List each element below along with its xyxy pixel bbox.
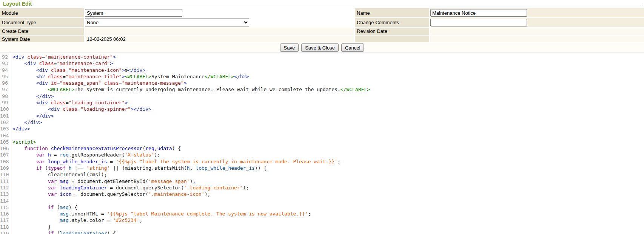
change-comments-label: Change Comments xyxy=(355,18,429,27)
module-input[interactable] xyxy=(85,9,182,17)
code-line: 118 } xyxy=(0,224,644,230)
code-line: 109 if (typeof h !== 'string' || !miestr… xyxy=(0,165,644,171)
code-line: 98 </div> xyxy=(0,93,644,99)
save-button[interactable]: Save xyxy=(280,43,299,52)
code-line-content: <div class="maintenance-icon">⚙</div> xyxy=(10,67,145,73)
save-close-button[interactable]: Save & Close xyxy=(301,43,339,52)
line-number: 118 xyxy=(0,224,10,230)
create-date-label: Create Date xyxy=(0,28,84,35)
document-type-value-cell: None xyxy=(85,18,354,27)
cancel-button[interactable]: Cancel xyxy=(341,43,364,52)
code-line-content: <div class="loading-container"> xyxy=(10,100,128,105)
name-label: Name xyxy=(355,8,429,17)
code-line: 116 msg.innerHTML = '{{%pjs ^label Maint… xyxy=(0,211,644,217)
code-line: 114 xyxy=(0,198,644,204)
code-line: 113 var icon = document.querySelector('.… xyxy=(0,191,644,197)
code-line-content: <div class="loading-spinner"></div> xyxy=(10,106,151,112)
code-line: 117 msg.style.color = '#2c5234'; xyxy=(0,217,644,223)
line-number: 100 xyxy=(0,106,10,112)
line-number: 110 xyxy=(0,171,10,178)
code-line: 101 </div> xyxy=(0,113,644,119)
code-line: 100 <div class="loading-spinner"></div> xyxy=(0,106,644,112)
code-line-content: </div> xyxy=(10,126,30,132)
layout-edit-form: Module Name Document Type None Change Co… xyxy=(0,8,644,42)
code-line-content: </div> xyxy=(10,93,54,99)
code-line: 102 </div> xyxy=(0,119,644,126)
code-line-content: <script> xyxy=(10,139,36,145)
code-line: 95 <h2 class="maintenance-title"><WCLABE… xyxy=(0,73,644,80)
name-value-cell xyxy=(430,8,644,17)
code-editor[interactable]: 92<div class="maintenance-container">93 … xyxy=(0,53,644,234)
code-line: 103</div> xyxy=(0,126,644,132)
line-number: 107 xyxy=(0,152,10,158)
line-number: 119 xyxy=(0,230,10,234)
document-type-select[interactable]: None xyxy=(85,19,249,26)
line-number: 94 xyxy=(0,67,10,73)
code-line-content: <h2 class="maintenance-title"><WCLABEL>S… xyxy=(10,74,249,79)
line-number: 112 xyxy=(0,184,10,191)
module-value-cell xyxy=(85,8,354,17)
code-line: 112 var loadingContainer = document.quer… xyxy=(0,184,644,191)
code-line: 104 xyxy=(0,132,644,139)
code-line-content: var loadingContainer = document.querySel… xyxy=(10,185,249,191)
code-line-content: var h = req.getResponseHeader('X-status'… xyxy=(10,152,160,158)
code-line: 115 if (msg) { xyxy=(0,204,644,211)
code-line-content: </div> xyxy=(10,113,54,119)
code-line: 107 var h = req.getResponseHeader('X-sta… xyxy=(0,152,644,158)
code-line-content: if (typeof h !== 'string' || !miestring.… xyxy=(10,165,267,171)
code-line: 111 var msg = document.getElementById('m… xyxy=(0,178,644,184)
page-title: Layout Edit xyxy=(3,1,32,7)
code-line: 106 function checkMaintenanceStatusProce… xyxy=(0,145,644,152)
code-line: 105<script> xyxy=(0,139,644,145)
code-line-content: </div> xyxy=(10,119,42,125)
line-number: 95 xyxy=(0,73,10,80)
code-line-content: msg.innerHTML = '{{%pjs ^label Maintenan… xyxy=(10,211,311,217)
line-number: 109 xyxy=(0,165,10,171)
line-number: 105 xyxy=(0,139,10,145)
empty-value-cell xyxy=(430,36,644,42)
code-line-content: clearInterval(cmsi); xyxy=(10,172,107,177)
code-line-content: var loop_while_header_is = '{{%pjs ^labe… xyxy=(10,159,340,164)
module-label: Module xyxy=(0,8,84,17)
code-line-content: var icon = document.querySelector('.main… xyxy=(10,191,210,197)
change-comments-input[interactable] xyxy=(430,19,527,26)
code-line-content: msg.style.color = '#2c5234'; xyxy=(10,217,142,223)
code-line: 93 <div class="maintenance-card"> xyxy=(0,60,644,67)
revision-date-value xyxy=(430,28,644,35)
line-number: 115 xyxy=(0,204,10,211)
code-line-content xyxy=(10,198,12,204)
line-number: 116 xyxy=(0,211,10,217)
code-line: 99 <div class="loading-container"> xyxy=(0,99,644,106)
line-number: 96 xyxy=(0,80,10,86)
system-date-value: 12-02-2025 06:02 xyxy=(85,36,354,42)
line-number: 98 xyxy=(0,93,10,99)
line-number: 106 xyxy=(0,145,10,152)
form-header: Layout Edit xyxy=(0,0,644,8)
document-type-label: Document Type xyxy=(0,18,84,27)
revision-date-label: Revision Date xyxy=(355,28,429,35)
line-number: 108 xyxy=(0,158,10,165)
code-line-content: <div class="maintenance-card"> xyxy=(10,60,113,66)
code-line: 94 <div class="maintenance-icon">⚙</div> xyxy=(0,67,644,73)
code-line: 96 <div id="message_span" class="mainten… xyxy=(0,80,644,86)
code-line-content: var msg = document.getElementById('messa… xyxy=(10,178,196,184)
code-line: 108 var loop_while_header_is = '{{%pjs ^… xyxy=(0,158,644,165)
form-row: System Date 12-02-2025 06:02 xyxy=(0,36,644,42)
code-line: 97 <WCLABEL>The system is currently unde… xyxy=(0,86,644,93)
line-number: 114 xyxy=(0,198,10,204)
system-date-label: System Date xyxy=(0,36,84,42)
legend-line xyxy=(34,4,643,4)
code-line-content: <div id="message_span" class="maintenanc… xyxy=(10,80,187,86)
create-date-value xyxy=(85,28,354,35)
empty-label-cell xyxy=(355,36,429,42)
code-line: 92<div class="maintenance-container"> xyxy=(0,54,644,60)
line-number: 97 xyxy=(0,86,10,93)
code-line-content: <div class="maintenance-container"> xyxy=(10,54,116,60)
code-line: 110 clearInterval(cmsi); xyxy=(0,171,644,178)
line-number: 101 xyxy=(0,113,10,119)
line-number: 92 xyxy=(0,54,10,60)
code-line-content: if (msg) { xyxy=(10,205,77,210)
name-input[interactable] xyxy=(430,9,527,17)
change-comments-value-cell xyxy=(430,18,644,27)
code-line-content xyxy=(10,133,12,138)
